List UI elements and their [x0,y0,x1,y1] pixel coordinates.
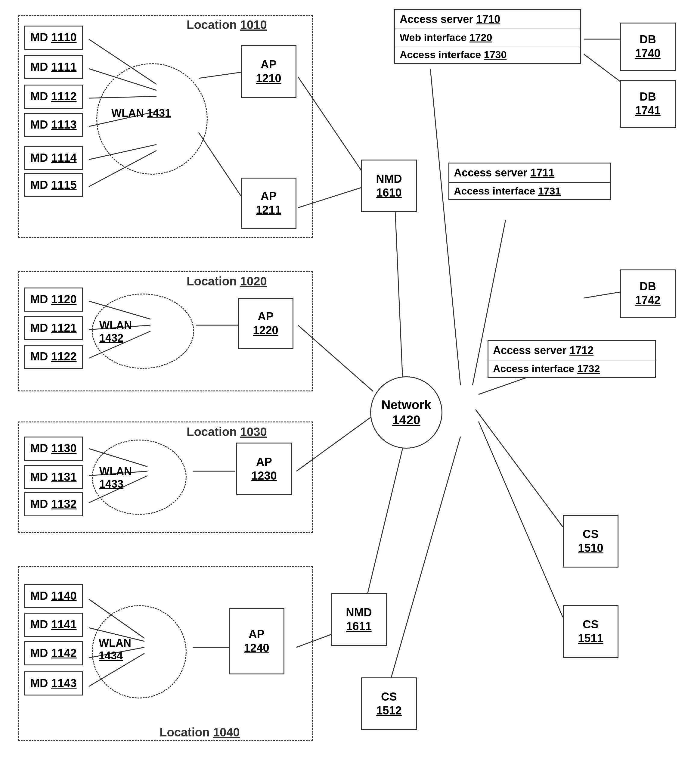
nmd-1610: NMD1610 [361,160,417,212]
md-1114: MD 1114 [24,146,83,170]
db-1742: DB1742 [620,270,676,318]
ap-1230: AP1230 [236,443,292,495]
access-interface-1731: Access interface 1731 [449,183,610,199]
md-1121: MD 1121 [24,316,83,340]
wlan-1433-label: WLAN1433 [99,465,132,491]
svg-line-36 [584,292,620,298]
access-server-1710: Access server 1710 Web interface 1720 Ac… [394,9,581,64]
cs-1510: CS1510 [563,515,619,568]
md-1120: MD 1120 [24,288,83,311]
db-1740: DB1740 [620,23,676,71]
access-server-1712-title: Access server 1712 [489,341,655,361]
network-1420: Network1420 [370,376,443,449]
md-1130: MD 1130 [24,436,83,461]
access-server-1712: Access server 1712 Access interface 1732 [487,340,656,378]
location-1020-label: Location 1020 [187,275,267,288]
nmd-1611: NMD1611 [331,593,387,646]
md-1111: MD 1111 [24,55,83,79]
location-1030-label: Location 1030 [187,425,267,439]
md-1143: MD 1143 [24,671,83,695]
svg-line-30 [391,436,461,677]
access-interface-1730: Access interface 1730 [395,46,580,63]
svg-line-28 [475,410,563,527]
md-1141: MD 1141 [24,613,83,637]
location-1040-label: Location 1040 [160,726,240,739]
md-1142: MD 1142 [24,641,83,665]
md-1112: MD 1112 [24,85,83,109]
wlan-1434-label: WLAN1434 [99,637,131,662]
wlan-1431-label: WLAN 1431 [111,107,171,120]
access-server-1711: Access server 1711 Access interface 1731 [448,163,611,200]
location-1010-label: Location 1010 [187,18,267,31]
access-server-1710-title: Access server 1710 [395,10,580,29]
cs-1511: CS1511 [563,605,619,658]
db-1741: DB1741 [620,80,676,128]
md-1110: MD 1110 [24,26,83,50]
web-interface-1720: Web interface 1720 [395,29,580,46]
md-1115: MD 1115 [24,173,83,197]
svg-line-31 [430,69,461,385]
md-1122: MD 1122 [24,345,83,369]
svg-line-26 [394,190,403,394]
access-interface-1732: Access interface 1732 [489,361,655,377]
md-1140: MD 1140 [24,584,83,608]
svg-line-35 [584,54,620,81]
ap-1240: AP1240 [229,608,285,674]
ap-1211: AP1211 [241,178,296,229]
md-1113: MD 1113 [24,113,83,137]
ap-1210: AP1210 [241,45,296,98]
access-server-1711-title: Access server 1711 [449,163,610,183]
wlan-1432-label: WLAN1432 [99,319,132,344]
cs-1512: CS1512 [361,677,417,730]
svg-line-29 [479,422,563,617]
md-1131: MD 1131 [24,465,83,489]
md-1132: MD 1132 [24,492,83,516]
ap-1220: AP1220 [238,298,293,349]
